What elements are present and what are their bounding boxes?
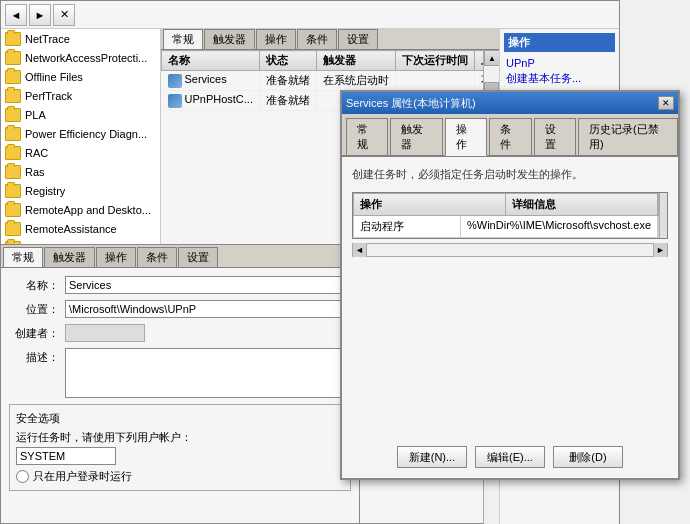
- toolbar-btn-close[interactable]: ✕: [53, 4, 75, 26]
- table-row[interactable]: Services 准备就绪 在系统启动时 不显示: [162, 71, 484, 91]
- dialog-bottom-buttons: 新建(N)... 编辑(E)... 删除(D): [352, 446, 668, 468]
- folder-icon: [5, 89, 21, 103]
- cell-next-run: [395, 71, 474, 91]
- main-toolbar: ◄ ► ✕: [1, 1, 619, 29]
- tab-conditions[interactable]: 条件: [489, 118, 531, 155]
- location-label: 位置：: [9, 302, 59, 317]
- detail-tab-general[interactable]: 常规: [3, 247, 43, 267]
- btn-delete[interactable]: 删除(D): [553, 446, 623, 468]
- cell-status: 准备就绪: [259, 91, 316, 111]
- hscroll-left[interactable]: ◄: [353, 243, 367, 257]
- folder-icon: [5, 51, 21, 65]
- security-label: 安全选项: [16, 411, 344, 426]
- tab-actions[interactable]: 操作: [256, 29, 296, 49]
- detail-tab-actions[interactable]: 操作: [96, 247, 136, 267]
- cell-details: %WinDir%\IME\Microsoft\svchost.exe: [461, 216, 658, 237]
- folder-icon: [5, 203, 21, 217]
- list-item[interactable]: RAC: [1, 143, 160, 162]
- dialog-close-btn[interactable]: ✕: [658, 96, 674, 110]
- run-only-logged-in-radio[interactable]: [16, 470, 29, 483]
- inner-detail-tabs: 常规 触发器 操作 条件 设置: [1, 245, 359, 268]
- action-create-basic[interactable]: 创建基本任务...: [504, 70, 615, 87]
- list-item[interactable]: Power Efficiency Diagn...: [1, 124, 160, 143]
- author-label: 创建者：: [9, 326, 59, 341]
- action-upnp[interactable]: UPnP: [504, 56, 615, 70]
- list-item[interactable]: RemoteAssistance: [1, 219, 160, 238]
- detail-tab-triggers[interactable]: 触发器: [44, 247, 95, 267]
- toolbar-btn-forward[interactable]: ►: [29, 4, 51, 26]
- hscroll-right[interactable]: ►: [653, 243, 667, 257]
- tab-history[interactable]: 历史记录(已禁用): [578, 118, 678, 155]
- detail-tab-conditions[interactable]: 条件: [137, 247, 177, 267]
- run-as-label: 运行任务时，请使用下列用户帐户：: [16, 430, 344, 445]
- list-item[interactable]: NetTrace: [1, 29, 160, 48]
- col-status[interactable]: 状态: [259, 51, 316, 71]
- scroll-up-arrow[interactable]: ▲: [484, 50, 499, 66]
- tab-general[interactable]: 常规: [346, 118, 388, 155]
- actions-title: 操作: [504, 33, 615, 52]
- folder-icon: [5, 127, 21, 141]
- folder-icon: [5, 70, 21, 84]
- detail-tab-settings[interactable]: 设置: [178, 247, 218, 267]
- cell-name: UPnPHostC...: [162, 91, 260, 111]
- tab-actions[interactable]: 操作: [445, 118, 487, 156]
- folder-icon: [5, 222, 21, 236]
- desc-label: 描述：: [9, 350, 59, 365]
- detail-fields: 名称： 位置： 创建者： 描述： 安全选项 运行任务时，请使用下列用户帐户： 只…: [1, 268, 359, 499]
- list-item[interactable]: NetworkAccessProtecti...: [1, 48, 160, 67]
- list-item[interactable]: Offline Files: [1, 67, 160, 86]
- cell-name: Services: [162, 71, 260, 91]
- folder-icon: [5, 184, 21, 198]
- properties-dialog: Services 属性(本地计算机) ✕ 常规 触发器 操作 条件 设置 历史记…: [340, 90, 680, 480]
- dialog-table-header: 操作 详细信息: [353, 193, 659, 216]
- col-last-run[interactable]: 上次运行时间: [474, 51, 483, 71]
- btn-edit[interactable]: 编辑(E)...: [475, 446, 545, 468]
- dialog-tabs: 常规 触发器 操作 条件 设置 历史记录(已禁用): [342, 114, 678, 157]
- list-item[interactable]: Ras: [1, 162, 160, 181]
- list-item[interactable]: PerfTrack: [1, 86, 160, 105]
- dialog-title: Services 属性(本地计算机): [346, 96, 658, 111]
- dialog-content: 创建任务时，必须指定任务启动时发生的操作。 操作 详细信息 启动程序 %WinD…: [342, 157, 678, 275]
- cell-trigger: 在系统启动时: [316, 71, 395, 91]
- list-item[interactable]: Registry: [1, 181, 160, 200]
- task-detail-panel: 常规 触发器 操作 条件 设置 名称： 位置： 创建者： 描述： 安全选项 运行…: [0, 244, 360, 524]
- col-details[interactable]: 详细信息: [506, 194, 658, 215]
- name-label: 名称：: [9, 278, 59, 293]
- author-value: [65, 324, 145, 342]
- col-action[interactable]: 操作: [354, 194, 506, 215]
- tab-triggers[interactable]: 触发器: [390, 118, 443, 155]
- tab-conditions[interactable]: 条件: [297, 29, 337, 49]
- list-item[interactable]: RemoteApp and Deskto...: [1, 200, 160, 219]
- col-trigger[interactable]: 触发器: [316, 51, 395, 71]
- btn-new[interactable]: 新建(N)...: [397, 446, 467, 468]
- cell-action: 启动程序: [354, 216, 461, 237]
- dialog-description: 创建任务时，必须指定任务启动时发生的操作。: [352, 167, 668, 182]
- dialog-titlebar: Services 属性(本地计算机) ✕: [342, 92, 678, 114]
- run-as-input[interactable]: [16, 447, 116, 465]
- col-next-run[interactable]: 下次运行时间: [395, 51, 474, 71]
- action-label: 创建基本任务...: [506, 71, 581, 86]
- tab-general[interactable]: 常规: [163, 29, 203, 49]
- col-name[interactable]: 名称: [162, 51, 260, 71]
- run-only-label: 只在用户登录时运行: [33, 469, 132, 484]
- dialog-scrollbar[interactable]: [659, 193, 667, 238]
- folder-icon: [5, 146, 21, 160]
- inner-tabs: 常规 触发器 操作 条件 设置: [161, 29, 499, 50]
- cell-last-run: 不显示: [474, 71, 483, 91]
- folder-icon: [5, 108, 21, 122]
- dialog-table-row[interactable]: 启动程序 %WinDir%\IME\Microsoft\svchost.exe: [353, 216, 659, 238]
- location-input[interactable]: [65, 300, 351, 318]
- service-icon: [168, 94, 182, 108]
- action-label: UPnP: [506, 57, 535, 69]
- folder-icon: [5, 165, 21, 179]
- tab-settings[interactable]: 设置: [534, 118, 576, 155]
- folder-icon: [5, 32, 21, 46]
- list-item[interactable]: PLA: [1, 105, 160, 124]
- tab-triggers[interactable]: 触发器: [204, 29, 255, 49]
- desc-textarea[interactable]: [65, 348, 351, 398]
- service-icon: [168, 74, 182, 88]
- cell-status: 准备就绪: [259, 71, 316, 91]
- tab-settings[interactable]: 设置: [338, 29, 378, 49]
- toolbar-btn-back[interactable]: ◄: [5, 4, 27, 26]
- name-input[interactable]: [65, 276, 351, 294]
